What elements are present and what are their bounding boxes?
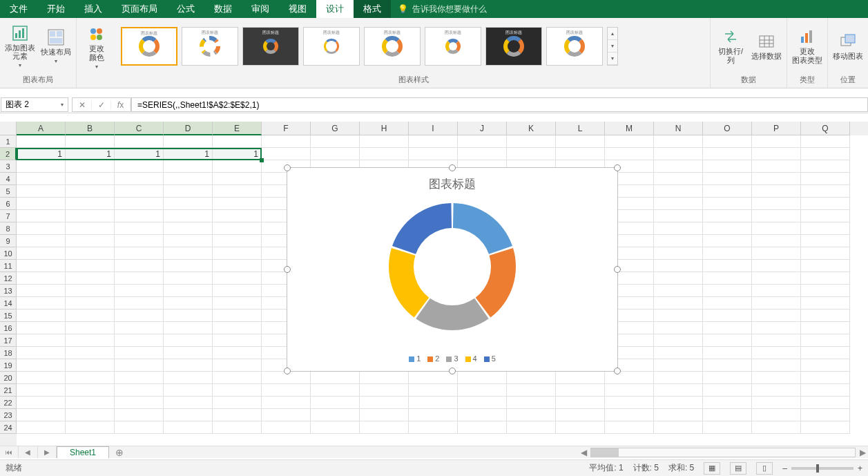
row-header-24[interactable]: 24 xyxy=(0,421,17,434)
move-chart-button[interactable]: 移动图表 xyxy=(832,21,864,71)
cell[interactable] xyxy=(164,409,213,421)
view-page-layout-button[interactable]: ▤ xyxy=(730,462,746,475)
resize-handle-se[interactable] xyxy=(614,368,621,374)
cell[interactable] xyxy=(801,297,850,310)
legend-item-5[interactable]: 5 xyxy=(484,354,496,363)
chart-style-5[interactable]: 图表标题 xyxy=(364,27,421,66)
cell[interactable] xyxy=(703,260,752,272)
change-chart-type-button[interactable]: 更改 图表类型 xyxy=(791,21,823,71)
cell[interactable] xyxy=(17,210,66,222)
row-header-18[interactable]: 18 xyxy=(0,347,17,359)
cell[interactable] xyxy=(262,409,311,421)
cell[interactable] xyxy=(409,384,458,397)
cell[interactable] xyxy=(213,359,262,372)
cell[interactable] xyxy=(66,384,115,397)
cell[interactable] xyxy=(115,421,164,434)
cell[interactable] xyxy=(115,322,164,334)
cell[interactable] xyxy=(703,198,752,210)
col-header-K[interactable]: K xyxy=(507,122,556,135)
cell[interactable] xyxy=(605,384,654,397)
cell[interactable] xyxy=(115,198,164,210)
cell[interactable] xyxy=(752,421,801,434)
col-header-I[interactable]: I xyxy=(409,122,458,135)
row-header-4[interactable]: 4 xyxy=(0,173,17,185)
col-header-P[interactable]: P xyxy=(752,122,801,135)
cell[interactable]: 1 xyxy=(66,148,115,160)
chart-style-4[interactable]: 图表标题 xyxy=(303,27,360,66)
view-normal-button[interactable]: ▦ xyxy=(704,462,720,475)
cell[interactable] xyxy=(17,310,66,322)
cell[interactable] xyxy=(115,297,164,310)
cell[interactable] xyxy=(17,322,66,334)
chart-style-7[interactable]: 图表标题 xyxy=(485,27,542,66)
cell[interactable] xyxy=(556,421,605,434)
cell[interactable] xyxy=(703,359,752,372)
cell[interactable] xyxy=(654,148,703,160)
cell[interactable] xyxy=(213,334,262,347)
cell[interactable] xyxy=(164,334,213,347)
row-header-9[interactable]: 9 xyxy=(0,235,17,247)
cell[interactable] xyxy=(115,260,164,272)
cell[interactable] xyxy=(17,185,66,198)
cell[interactable] xyxy=(164,210,213,222)
cell[interactable] xyxy=(703,235,752,247)
cell[interactable] xyxy=(556,397,605,409)
change-colors-button[interactable]: 更改 颜色 ▾ xyxy=(81,23,113,73)
cell[interactable] xyxy=(115,285,164,297)
cell[interactable] xyxy=(17,334,66,347)
cell[interactable] xyxy=(801,260,850,272)
cell[interactable] xyxy=(507,397,556,409)
legend-item-4[interactable]: 4 xyxy=(465,354,477,363)
cell[interactable] xyxy=(556,409,605,421)
cell[interactable] xyxy=(213,135,262,148)
cell[interactable] xyxy=(164,421,213,434)
horizontal-scrollbar[interactable]: ◀ ▶ xyxy=(578,446,868,458)
cell[interactable] xyxy=(17,173,66,185)
cell[interactable] xyxy=(801,409,850,421)
legend-item-1[interactable]: 1 xyxy=(409,354,421,363)
cell[interactable]: 1 xyxy=(213,148,262,160)
cell[interactable] xyxy=(213,372,262,384)
cell[interactable] xyxy=(801,198,850,210)
cell[interactable] xyxy=(17,297,66,310)
cell[interactable] xyxy=(17,285,66,297)
cell[interactable] xyxy=(213,285,262,297)
cell[interactable] xyxy=(801,210,850,222)
cell[interactable] xyxy=(164,173,213,185)
cell[interactable] xyxy=(213,173,262,185)
tab-review[interactable]: 审阅 xyxy=(242,0,279,18)
sheet-nav-next[interactable]: ▶ xyxy=(38,446,57,458)
col-header-Q[interactable]: Q xyxy=(801,122,850,135)
cell[interactable] xyxy=(115,135,164,148)
cell[interactable] xyxy=(17,421,66,434)
add-sheet-button[interactable]: ⊕ xyxy=(109,446,130,458)
cell[interactable] xyxy=(311,135,360,148)
cell[interactable] xyxy=(360,135,409,148)
cell[interactable] xyxy=(311,384,360,397)
cell[interactable] xyxy=(213,247,262,260)
cell[interactable] xyxy=(115,409,164,421)
cell[interactable] xyxy=(654,235,703,247)
cell[interactable] xyxy=(66,222,115,235)
fx-button[interactable]: fx xyxy=(111,100,131,110)
cell[interactable] xyxy=(66,334,115,347)
tab-home[interactable]: 开始 xyxy=(37,0,75,18)
cell[interactable] xyxy=(752,235,801,247)
cell[interactable] xyxy=(213,322,262,334)
zoom-slider[interactable] xyxy=(791,467,853,470)
cell[interactable] xyxy=(311,148,360,160)
col-header-J[interactable]: J xyxy=(458,122,507,135)
quick-layout-button[interactable]: 快速布局 ▾ xyxy=(40,21,72,71)
tab-page-layout[interactable]: 页面布局 xyxy=(112,0,167,18)
enter-formula-button[interactable]: ✓ xyxy=(92,100,111,110)
cell[interactable] xyxy=(703,272,752,285)
tab-file[interactable]: 文件 xyxy=(0,0,37,18)
cell[interactable] xyxy=(752,347,801,359)
sheet-nav-first[interactable]: ⏮ xyxy=(0,446,19,458)
cell[interactable] xyxy=(605,409,654,421)
cell[interactable] xyxy=(213,421,262,434)
cell[interactable] xyxy=(507,135,556,148)
cell[interactable] xyxy=(703,397,752,409)
cell[interactable] xyxy=(115,210,164,222)
cell[interactable] xyxy=(66,185,115,198)
